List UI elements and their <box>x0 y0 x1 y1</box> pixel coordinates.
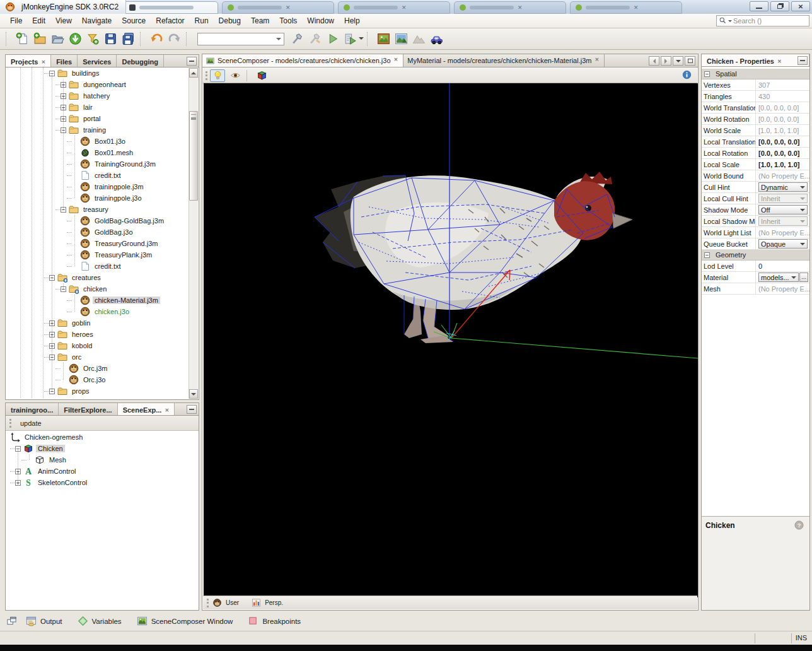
menu-source[interactable]: Source <box>117 15 151 27</box>
collapse-icon[interactable]: − <box>704 252 710 258</box>
projects-tab[interactable]: Files <box>51 55 78 67</box>
statusbar-item-output[interactable]: Output <box>26 616 62 628</box>
tree-item[interactable]: −training <box>6 124 188 136</box>
tree-item[interactable]: −props <box>6 385 188 397</box>
tree-item[interactable]: GoldBag.j3o <box>6 226 188 238</box>
tree-item[interactable]: +lair <box>6 102 188 113</box>
property-dropdown[interactable]: Dynamic <box>758 182 808 192</box>
info-icon[interactable] <box>682 70 693 81</box>
property-value[interactable]: [0.0, 0.0, 0.0] <box>756 138 809 146</box>
configuration-combobox[interactable] <box>197 33 284 45</box>
run-button[interactable] <box>323 30 341 48</box>
menu-team[interactable]: Team <box>246 15 274 27</box>
close-icon[interactable]: ✕ <box>394 57 398 62</box>
minimize-panel-button[interactable] <box>798 56 808 65</box>
properties-tab[interactable]: Chicken - Properties ✕ <box>702 54 809 66</box>
menu-tools[interactable]: Tools <box>274 15 302 27</box>
tree-item[interactable]: trainingpole.j3m <box>6 181 188 192</box>
new-file-button[interactable] <box>13 30 31 48</box>
tree-item[interactable] <box>6 397 188 399</box>
tree-item[interactable]: GoldBag-GoldBag.j3m <box>6 215 188 226</box>
tree-item[interactable]: chicken-Material.j3m <box>6 295 188 306</box>
tree-item[interactable]: −orc <box>6 351 188 363</box>
property-value[interactable]: 0 <box>756 262 809 270</box>
menu-debug[interactable]: Debug <box>214 15 246 27</box>
statusbar-item-scenecomposer-window[interactable]: SceneComposer Window <box>137 616 233 628</box>
toggle-light-button[interactable] <box>210 69 225 82</box>
menu-window[interactable]: Window <box>302 15 339 27</box>
save-button[interactable] <box>102 30 119 48</box>
toolbar-drag-handle[interactable] <box>9 419 11 428</box>
update-button[interactable]: update <box>16 418 45 428</box>
restore-button[interactable] <box>770 1 789 11</box>
minimize-button[interactable] <box>750 1 768 11</box>
image-editor-button[interactable] <box>374 30 392 48</box>
tree-item[interactable]: −Chicken <box>6 443 198 454</box>
tree-item[interactable]: +kobold <box>6 340 188 351</box>
build-button[interactable] <box>288 30 306 48</box>
close-button[interactable]: ✕ <box>791 1 810 11</box>
editor-document-tab[interactable]: MyMaterial - models/creatures/chicken/ch… <box>403 54 605 67</box>
tree-item[interactable]: trainingpole.j3o <box>6 192 188 204</box>
clean-build-button[interactable] <box>306 30 323 48</box>
projects-tab[interactable]: Debugging <box>117 55 163 67</box>
statusbar-item-breakpoints[interactable]: Breakpoints <box>248 616 301 628</box>
explorer-tab[interactable]: FilterExplore... <box>59 403 117 415</box>
tree-item[interactable]: +AAnimControl <box>6 466 198 477</box>
projects-tab[interactable]: Services <box>78 55 117 67</box>
menu-edit[interactable]: Edit <box>27 15 50 27</box>
tree-item[interactable]: Mesh <box>6 454 198 466</box>
tree-item[interactable]: Orc.j3o <box>6 374 188 385</box>
tree-item[interactable]: −treasury <box>6 204 188 215</box>
menu-refactor[interactable]: Refactor <box>151 15 189 27</box>
background-browser-tab[interactable]: ✕ <box>570 1 682 14</box>
tree-item[interactable]: TreasuryGround.j3m <box>6 238 188 249</box>
property-dropdown[interactable]: Opaque <box>758 239 808 249</box>
filter-add-button[interactable] <box>84 30 102 48</box>
tab-list-dropdown-button[interactable] <box>673 56 683 66</box>
dock-windows-icon[interactable] <box>6 616 17 628</box>
statusbar-item-variables[interactable]: Variables <box>78 616 122 628</box>
tree-item[interactable]: −chicken <box>6 283 188 295</box>
redo-button[interactable] <box>165 30 183 48</box>
terrain-button[interactable] <box>410 30 427 48</box>
background-browser-tab[interactable]: ✕ <box>454 1 566 14</box>
menu-navigate[interactable]: Navigate <box>77 15 117 27</box>
background-browser-tab[interactable] <box>124 1 218 14</box>
menu-view[interactable]: View <box>50 15 77 27</box>
background-browser-tab[interactable]: ✕ <box>338 1 450 14</box>
camera-user-icon[interactable] <box>212 598 222 607</box>
property-value[interactable]: [1.0, 1.0, 1.0] <box>756 161 809 168</box>
tree-item[interactable]: +heroes <box>6 329 188 340</box>
close-icon[interactable]: ✕ <box>165 408 169 413</box>
scroll-tabs-right-button[interactable] <box>661 56 671 66</box>
perspective-icon[interactable] <box>252 598 261 607</box>
open-project-button[interactable] <box>49 30 66 48</box>
property-section-header[interactable]: −Spatial <box>702 69 809 79</box>
menu-file[interactable]: File <box>5 15 27 27</box>
camera-eye-button[interactable] <box>228 69 243 82</box>
undo-button[interactable] <box>148 30 165 48</box>
minimize-panel-button[interactable] <box>187 57 197 66</box>
tree-item[interactable]: Box01.j3o <box>6 136 188 147</box>
property-dropdown[interactable]: Off <box>758 205 808 214</box>
toolbar-drag-handle[interactable] <box>206 71 207 80</box>
tree-item[interactable]: Box01.mesh <box>6 147 188 158</box>
maximize-window-button[interactable] <box>685 56 695 66</box>
wireframe-cube-button[interactable] <box>254 69 269 82</box>
search-input[interactable] <box>733 17 807 25</box>
menu-help[interactable]: Help <box>339 15 365 27</box>
save-all-button[interactable] <box>119 30 137 48</box>
import-model-button[interactable] <box>66 30 84 48</box>
close-icon[interactable]: ✕ <box>594 57 599 62</box>
vehicle-button[interactable] <box>427 30 445 48</box>
close-icon[interactable]: ✕ <box>777 59 782 64</box>
menu-run[interactable]: Run <box>190 15 214 27</box>
scroll-up-button[interactable] <box>189 68 198 78</box>
close-icon[interactable]: ✕ <box>41 59 45 65</box>
tree-item[interactable]: +SSkeletonControl <box>6 477 198 488</box>
projects-tree-scrollbar[interactable] <box>188 68 198 399</box>
tree-item[interactable]: Chicken-ogremesh <box>6 431 198 443</box>
tree-item[interactable]: −creatures <box>6 272 188 283</box>
minimize-panel-button[interactable] <box>187 405 197 414</box>
